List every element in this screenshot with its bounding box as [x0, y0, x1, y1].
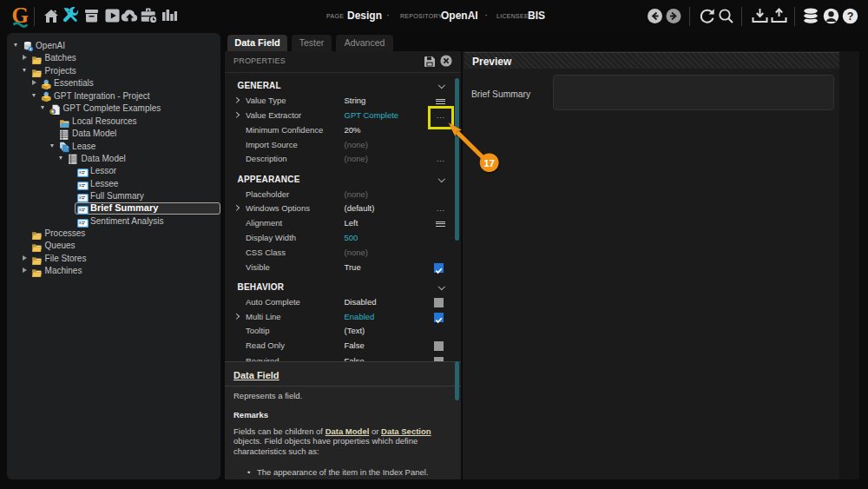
svg-text:?: ?	[847, 10, 854, 23]
svg-text:17: 17	[483, 158, 495, 169]
